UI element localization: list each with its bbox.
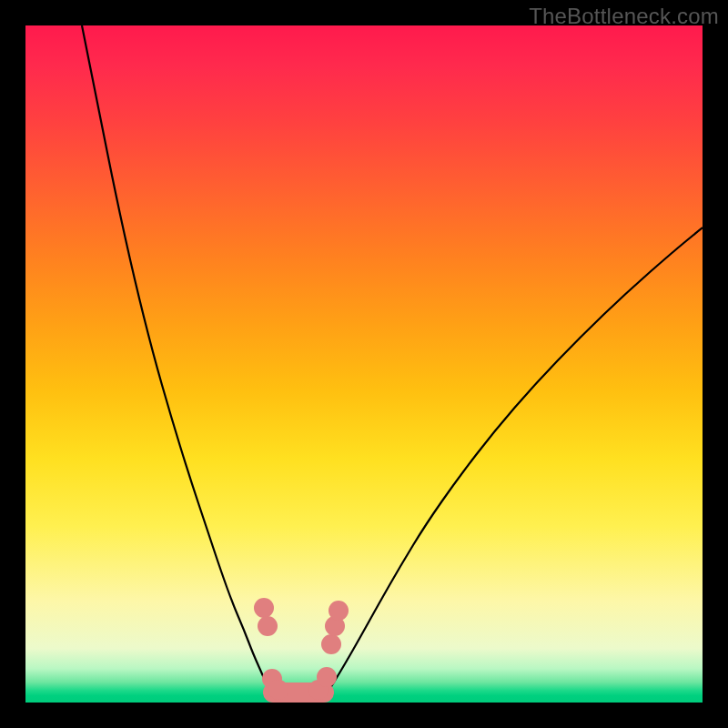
data-marker — [317, 667, 337, 687]
right-curve-line — [326, 228, 703, 695]
data-marker — [329, 601, 349, 621]
left-curve-line — [82, 25, 271, 695]
data-marker — [254, 598, 274, 618]
data-marker — [258, 616, 278, 636]
data-marker — [268, 680, 288, 700]
plot-area — [25, 25, 703, 703]
app-frame: TheBottleneck.com — [0, 0, 728, 728]
watermark-text: TheBottleneck.com — [529, 4, 719, 29]
data-marker — [321, 634, 341, 654]
chart-svg — [25, 25, 703, 703]
